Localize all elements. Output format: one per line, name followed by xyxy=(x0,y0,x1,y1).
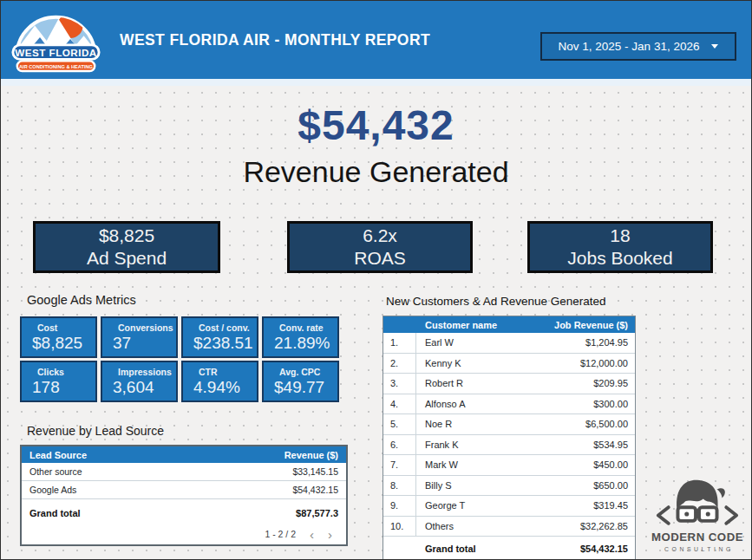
job-revenue: $1,204.95 xyxy=(585,333,635,353)
table-row: 6. Frank K $534.95 xyxy=(383,435,635,456)
metric-label: Cost / conv. xyxy=(193,322,253,333)
table-row: 2. Kenny K $12,000.00 xyxy=(383,354,635,374)
lead-source-revenue: $33,145.15 xyxy=(292,466,338,477)
metric-value: 37 xyxy=(113,334,173,353)
job-revenue: $12,000.00 xyxy=(580,354,635,374)
kpi-roas: 6.2x ROAS xyxy=(287,221,473,273)
customer-name: George T xyxy=(416,496,593,516)
customers-grand-total-row: Grand total $54,432.15 xyxy=(383,537,635,560)
kpi-value: 6.2x xyxy=(363,225,397,247)
grand-total-value: $87,577.3 xyxy=(296,508,338,518)
metric-tile-cost-per-conv: Cost / conv. $238.51 xyxy=(181,316,258,358)
report-page: WEST FLORIDA AIR CONDITIONING & HEATING … xyxy=(0,0,752,560)
row-index: 1. xyxy=(383,333,416,353)
table-row: 3. Robert R $209.95 xyxy=(383,374,635,394)
job-revenue: $650.00 xyxy=(593,476,635,496)
metric-label: Conversions xyxy=(113,322,173,333)
kpi-value: 18 xyxy=(610,225,630,247)
metric-value: 4.94% xyxy=(193,378,253,397)
table-row: 8. Billy S $650.00 xyxy=(383,476,635,497)
row-index: 6. xyxy=(383,435,416,455)
table-row: Other source $33,145.15 xyxy=(22,463,346,481)
chevron-left-icon[interactable]: ‹ xyxy=(310,528,314,541)
column-header-lead-source: Lead Source xyxy=(29,450,87,460)
customers-table-header: Customer name Job Revenue ($) xyxy=(383,316,635,333)
kpi-label: Jobs Booked xyxy=(567,247,672,270)
metric-value: 178 xyxy=(32,378,92,397)
customer-name: Earl W xyxy=(416,333,585,353)
lead-source-name: Other source xyxy=(29,466,82,477)
lead-source-revenue: $54,432.15 xyxy=(292,485,338,495)
revenue-total-label: Revenue Generated xyxy=(1,155,751,189)
job-revenue: $450.00 xyxy=(593,455,635,475)
customer-name: Alfonso A xyxy=(416,394,593,414)
table-pagination: 1 - 2 / 2 ‹ › xyxy=(22,524,346,544)
job-revenue: $300.00 xyxy=(593,394,635,414)
row-index: 10. xyxy=(383,517,416,537)
company-logo: WEST FLORIDA AIR CONDITIONING & HEATING xyxy=(10,5,102,76)
table-row: 5. Noe R $6,500.00 xyxy=(383,414,635,435)
google-ads-section-title: Google Ads Metrics xyxy=(27,293,136,307)
row-index: 7. xyxy=(383,455,416,475)
row-index: 9. xyxy=(383,496,416,516)
table-row: 7. Mark W $450.00 xyxy=(383,455,635,476)
date-range-control[interactable]: Nov 1, 2025 - Jan 31, 2026 xyxy=(540,32,736,61)
lead-source-grand-total-row: Grand total $87,577.3 xyxy=(22,503,346,524)
row-index: 2. xyxy=(383,354,416,374)
metric-label: Cost xyxy=(32,322,92,333)
job-revenue: $32,262.85 xyxy=(580,517,635,537)
metric-label: Avg. CPC xyxy=(274,367,334,377)
row-index: 3. xyxy=(383,374,416,394)
metric-value: $8,825 xyxy=(32,334,92,353)
customer-name: Noe R xyxy=(416,414,585,434)
metric-label: CTR xyxy=(193,367,253,377)
column-header-job-revenue: Job Revenue ($) xyxy=(554,320,635,330)
kpi-label: Ad Spend xyxy=(87,247,167,270)
row-index: 4. xyxy=(383,394,416,414)
metric-value: $49.77 xyxy=(274,378,334,397)
customer-name: Frank K xyxy=(416,435,593,455)
kpi-ad-spend: $8,825 Ad Spend xyxy=(33,221,220,273)
kpi-value: $8,825 xyxy=(99,225,154,247)
metric-value: $238.51 xyxy=(193,334,253,353)
header-bar: WEST FLORIDA AIR CONDITIONING & HEATING … xyxy=(1,1,751,79)
metric-label: Conv. rate xyxy=(274,322,334,333)
consulting-logo-text-primary: MODERN CODE xyxy=(651,531,743,544)
customers-table: Customer name Job Revenue ($) 1. Earl W … xyxy=(383,316,636,560)
metric-value: 21.89% xyxy=(274,334,334,353)
job-revenue: $534.95 xyxy=(593,435,635,455)
column-header-revenue: Revenue ($) xyxy=(284,450,338,460)
developer-face-icon xyxy=(677,480,725,524)
logo-text-secondary: AIR CONDITIONING & HEATING xyxy=(19,64,94,69)
job-revenue: $319.45 xyxy=(593,496,635,516)
table-row: 10. Others $32,262.85 xyxy=(383,517,635,537)
job-revenue: $209.95 xyxy=(593,374,635,394)
lead-source-table-title: Revenue by Lead Source xyxy=(27,424,164,438)
kpi-jobs-booked: 18 Jobs Booked xyxy=(527,221,713,273)
logo-text-primary: WEST FLORIDA xyxy=(15,47,97,58)
date-range-value: Nov 1, 2025 - Jan 31, 2026 xyxy=(559,40,700,53)
revenue-total-value: $54,432 xyxy=(1,101,751,149)
customer-name: Others xyxy=(416,517,580,537)
metric-tile-impressions: Impressions 3,604 xyxy=(101,361,178,402)
page-title: WEST FLORIDA AIR - MONTHLY REPORT xyxy=(120,1,430,79)
metric-tile-clicks: Clicks 178 xyxy=(20,361,97,402)
consulting-logo-text-secondary: CONSULTING xyxy=(664,546,734,552)
metric-value: 3,604 xyxy=(113,378,173,397)
grand-total-label: Grand total xyxy=(416,544,580,554)
lead-source-table-header: Lead Source Revenue ($) xyxy=(22,446,346,463)
metric-tile-avg-cpc: Avg. CPC $49.77 xyxy=(262,361,339,402)
table-row: 1. Earl W $1,204.95 xyxy=(383,333,635,354)
metric-tile-conversions: Conversions 37 xyxy=(101,316,178,358)
metric-tile-ctr: CTR 4.94% xyxy=(181,361,258,402)
chevron-right-icon[interactable]: › xyxy=(328,528,332,541)
caret-down-icon xyxy=(711,44,718,49)
job-revenue: $6,500.00 xyxy=(585,414,635,434)
table-row: 9. George T $319.45 xyxy=(383,496,635,517)
grand-total-label: Grand total xyxy=(29,508,81,518)
metric-label: Clicks xyxy=(32,367,92,377)
customer-name: Kenny K xyxy=(416,354,580,374)
metric-tile-conv-rate: Conv. rate 21.89% xyxy=(262,316,339,358)
metric-tile-cost: Cost $8,825 xyxy=(20,316,97,358)
customer-name: Mark W xyxy=(416,455,593,475)
